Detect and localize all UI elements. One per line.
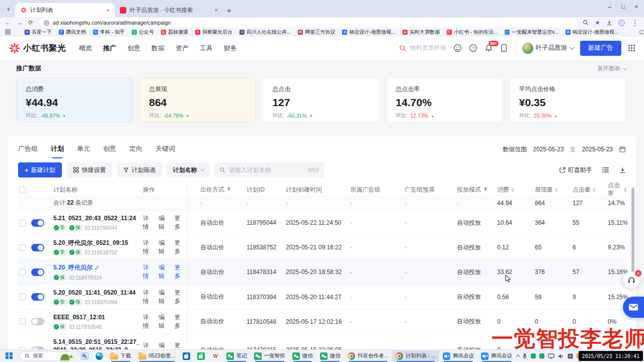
taskbar-item-wps[interactable]: W: [208, 350, 223, 362]
plan-filter-button[interactable]: 计划筛选: [117, 162, 162, 177]
action-详情[interactable]: 详情: [143, 239, 153, 256]
sort-icons[interactable]: [624, 188, 627, 192]
bookmark-item[interactable]: 稿稿定设计-做图做视...: [342, 29, 395, 36]
message-center-button[interactable]: [623, 297, 644, 318]
column-header-time[interactable]: 计划创建时间: [285, 186, 349, 194]
plan-status-toggle[interactable]: [31, 293, 44, 301]
apps-grid-icon[interactable]: [628, 45, 635, 51]
search-field-select[interactable]: 计划名称: [167, 162, 209, 177]
column-header-bid[interactable]: 出价方式: [187, 186, 246, 194]
nav-item-财务[interactable]: 财务: [224, 42, 237, 55]
action-编辑[interactable]: 编辑: [158, 313, 169, 330]
back-icon[interactable]: ←: [5, 20, 11, 26]
nav-item-资产[interactable]: 资产: [176, 42, 189, 55]
action-编辑[interactable]: 编辑: [158, 263, 169, 281]
column-header-id[interactable]: 计划ID: [246, 186, 285, 194]
bookmark-item[interactable]: 荔荔枝微课: [161, 29, 188, 36]
plan-name[interactable]: 5.20_呼伦贝尔: [53, 263, 141, 272]
row-checkbox[interactable]: [19, 294, 26, 300]
volume-icon[interactable]: [558, 353, 564, 359]
plan-name[interactable]: EEEE_0517_12:01: [53, 313, 141, 321]
sort-icons[interactable]: [555, 188, 558, 192]
column-header-group[interactable]: 所属广告组: [349, 186, 404, 194]
downloads-icon[interactable]: [606, 20, 612, 26]
sort-icons[interactable]: [511, 188, 514, 192]
tab-search-chevron-icon[interactable]: ∨: [3, 3, 14, 14]
download-icon[interactable]: [619, 167, 626, 173]
maximize-button[interactable]: □: [621, 4, 625, 10]
lens-icon[interactable]: [583, 20, 589, 26]
sort-icons[interactable]: [593, 188, 596, 192]
bookmark-item[interactable]: 稿稿定设计-做图做视...: [566, 29, 619, 36]
row-checkbox[interactable]: [19, 318, 26, 325]
site-info-icon[interactable]: [44, 20, 49, 26]
plan-name[interactable]: 5.20_呼伦贝尔_0521_09:15: [53, 239, 141, 247]
account-menu[interactable]: 叶子品质游: [522, 43, 574, 54]
browser-tab-1[interactable]: 叶子品质游 - 小红书搜索×: [115, 3, 223, 17]
forward-icon[interactable]: →: [17, 20, 23, 26]
close-icon[interactable]: ×: [107, 7, 110, 13]
bookmark-item[interactable]: 川四川人社在线公共...: [239, 29, 291, 36]
nav-item-概览[interactable]: 概览: [79, 42, 92, 55]
tab-关键词[interactable]: 关键词: [155, 144, 175, 154]
plan-name[interactable]: 5.20_0520_11:41_0520_11:44: [53, 289, 141, 297]
display-icon[interactable]: [548, 353, 554, 359]
column-header-imp[interactable]: 展现量: [534, 186, 572, 194]
taskbar-item-mall[interactable]: [194, 350, 208, 362]
action-编辑[interactable]: 编辑: [158, 239, 169, 256]
plan-search-input[interactable]: 请输入计划名称 0/50: [214, 162, 324, 177]
help-icon[interactable]: ?: [469, 44, 477, 52]
column-header-budget[interactable]: 广告组预算: [404, 186, 456, 194]
address-bar[interactable]: ad.xiaohongshu.com/aurora/ad/manage/camp…: [39, 18, 577, 27]
nav-item-推广[interactable]: 推广: [103, 42, 116, 55]
action-编辑[interactable]: 编辑: [158, 214, 169, 231]
taskbar-item-一觉智投[interactable]: 一觉智投: [251, 350, 289, 362]
action-更多[interactable]: 更多: [175, 214, 185, 231]
bookmark-item[interactable]: 网网签三方协议: [298, 29, 335, 36]
taskbar-item-微信[interactable]: 微信: [316, 350, 344, 362]
bookmark-item[interactable]: 实实时大屏数据: [403, 29, 440, 36]
taskbar-item-store[interactable]: [179, 350, 194, 362]
bookmark-item[interactable]: 文腾讯文档: [59, 29, 86, 36]
tab-定向[interactable]: 定向: [129, 144, 142, 154]
taskbar-item-笔记[interactable]: 笔记: [223, 350, 251, 362]
browser-tab-0[interactable]: 计划列表×: [15, 3, 115, 17]
tab-单元[interactable]: 单元: [77, 144, 90, 154]
date-start[interactable]: 2025-05-23: [533, 146, 564, 153]
quick-settings-button[interactable]: 快捷设置: [67, 162, 112, 177]
plan-status-toggle[interactable]: [31, 268, 44, 276]
turtle-image[interactable]: [59, 350, 74, 362]
brand-logo[interactable]: 小红书聚光: [9, 43, 66, 54]
column-header-ctr[interactable]: 点击率: [607, 181, 629, 198]
bookmark-item[interactable]: 一一觉醒来智慧运营v...: [505, 29, 558, 36]
funnel-icon[interactable]: [483, 187, 488, 192]
action-详情[interactable]: 详情: [143, 263, 153, 281]
plan-name[interactable]: 5.21_0521_20:43_0522_11:24: [53, 214, 141, 222]
wechat-tray-icon[interactable]: [531, 353, 536, 358]
header-search[interactable]: 物料资质样例: [399, 44, 446, 52]
taskbar-item-腾讯会议[interactable]: 腾讯会议: [477, 350, 516, 362]
tab-创意[interactable]: 创意: [103, 144, 116, 154]
expand-chart-toggle[interactable]: 展开图表: [597, 65, 626, 72]
new-ad-button[interactable]: 新建广告: [580, 41, 621, 56]
taskbar-item-edge[interactable]: [92, 350, 107, 362]
taskbar-item-0523创意...[interactable]: 0523创意...: [135, 350, 179, 362]
tab-计划[interactable]: 计划: [51, 144, 64, 154]
row-checkbox[interactable]: [19, 220, 26, 226]
kebab-menu-icon[interactable]: ⋮: [631, 18, 639, 28]
row-checkbox[interactable]: [19, 244, 26, 251]
plan-status-toggle[interactable]: [31, 219, 44, 227]
microphone-icon[interactable]: [522, 353, 527, 359]
bookmark-item[interactable]: 知李科 - 知乎: [93, 29, 125, 36]
taskbar-item-计划列表 - ...[interactable]: 计划列表 - ...: [392, 350, 439, 362]
action-详情[interactable]: 详情: [143, 313, 153, 330]
column-header-ops[interactable]: 操作: [143, 184, 187, 196]
funnel-icon[interactable]: [226, 187, 231, 192]
taskbar-item-抖音创作者...[interactable]: 抖音创作者...: [344, 350, 392, 362]
start-button[interactable]: [2, 350, 17, 362]
feedback-smiley-icon[interactable]: [453, 44, 462, 52]
customer-service-widget[interactable]: 0: [623, 272, 640, 289]
select-all-checkbox[interactable]: [19, 187, 26, 193]
taskbar-item-widgets[interactable]: [77, 350, 92, 362]
action-详情[interactable]: 详情: [143, 289, 153, 306]
